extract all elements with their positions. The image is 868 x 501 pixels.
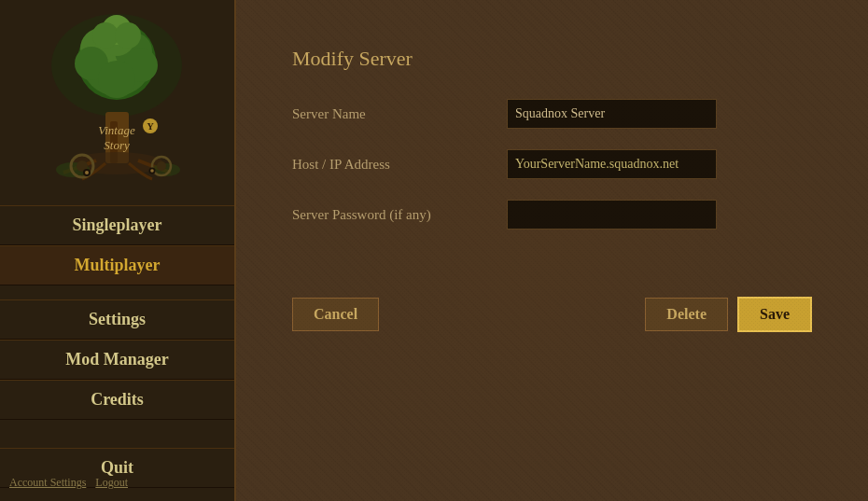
account-settings-link[interactable]: Account Settings — [9, 476, 86, 490]
host-address-input[interactable] — [507, 149, 717, 179]
server-name-input[interactable] — [507, 99, 717, 129]
svg-point-19 — [92, 22, 119, 49]
server-name-row: Server Name — [292, 99, 812, 129]
sidebar-item-singleplayer[interactable]: Singleplayer — [0, 205, 234, 245]
server-password-input[interactable] — [507, 200, 717, 230]
svg-point-20 — [115, 22, 141, 49]
logo-area: Vintage Story Y — [0, 0, 234, 191]
delete-button[interactable]: Delete — [645, 298, 728, 331]
svg-point-17 — [98, 61, 135, 98]
main-content: Modify Server Server Name Host / IP Addr… — [236, 0, 868, 501]
form-title: Modify Server — [292, 47, 812, 71]
buttons-row: Cancel Delete Save — [292, 297, 812, 332]
svg-point-9 — [157, 161, 166, 171]
svg-text:Vintage: Vintage — [98, 123, 135, 137]
sidebar-item-credits[interactable]: Credits — [0, 380, 234, 420]
nav-section: Singleplayer Multiplayer Settings Mod Ma… — [0, 196, 234, 488]
bottom-links: Account Settings Logout — [9, 476, 128, 490]
svg-text:Y: Y — [147, 121, 154, 132]
sidebar-item-mod-manager[interactable]: Mod Manager — [0, 340, 234, 380]
sidebar-item-multiplayer[interactable]: Multiplayer — [0, 245, 234, 285]
server-name-label: Server Name — [292, 106, 507, 122]
host-address-row: Host / IP Address — [292, 149, 812, 179]
game-logo: Vintage Story Y — [31, 9, 203, 187]
sidebar-item-settings[interactable]: Settings — [0, 299, 234, 340]
host-address-label: Host / IP Address — [292, 157, 507, 173]
svg-point-24 — [85, 171, 89, 174]
sidebar: Vintage Story Y Singleplayer Multiplayer… — [0, 0, 236, 501]
server-password-row: Server Password (if any) — [292, 200, 812, 230]
svg-text:Story: Story — [104, 138, 130, 152]
logout-link[interactable]: Logout — [95, 476, 128, 490]
cancel-button[interactable]: Cancel — [292, 298, 379, 331]
svg-point-26 — [150, 169, 154, 173]
save-button[interactable]: Save — [737, 297, 812, 332]
server-password-label: Server Password (if any) — [292, 207, 507, 223]
